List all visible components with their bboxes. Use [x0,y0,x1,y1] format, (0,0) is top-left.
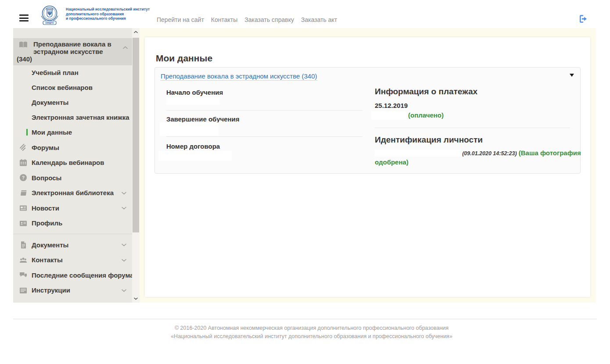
chevron-down-icon [122,207,126,210]
nav-link-order-certificate[interactable]: Заказать справку [244,16,294,23]
institute-name: Национальный исследовательский институт … [66,7,150,21]
users-icon [19,256,28,264]
collapse-caret-icon[interactable] [570,74,574,77]
scrollbar-down-arrow[interactable] [132,295,140,303]
id-card-icon [19,219,28,227]
app-window: Ψ НИИДПО Национальный исследовательский … [0,0,610,364]
active-item-indicator [26,129,28,136]
field-label-end-of-study: Завершение обучения [166,115,240,123]
identity-heading: Идентификация личности [375,135,483,145]
sidebar-item-profile[interactable]: Профиль [13,216,132,231]
svg-text:НИИДПО: НИИДПО [45,22,54,24]
scrollbar-thumb[interactable] [133,38,139,232]
library-book-icon [19,189,28,197]
redacted-name-box [375,150,460,157]
field-divider [166,110,362,111]
topbar: Ψ НИИДПО Национальный исследовательский … [0,0,610,28]
payment-date: 25.12.2019 [375,102,408,109]
chevron-down-icon [122,192,126,195]
chevron-down-icon [122,259,126,262]
nav-link-go-to-site[interactable]: Перейти на сайт [157,16,204,23]
hamburger-menu-button[interactable] [19,14,29,21]
sidebar-item-news[interactable]: Новости [13,200,132,216]
top-navigation: Перейти на сайт Контакты Заказать справк… [157,16,337,23]
sidebar-item-latest-forum-posts[interactable]: Последние сообщения форума [13,268,132,283]
section-divider [375,128,570,128]
instructions-icon [19,286,28,294]
sidebar-item-gradebook[interactable]: Электронная зачетная книжка [13,110,132,125]
chevron-down-icon [122,243,126,246]
chevron-up-icon [123,46,128,49]
copyright-line2: «Национальный исследовательский институт… [13,332,610,341]
chevron-down-icon [134,297,138,300]
sidebar-menu: Преподавание вокала в эстрадном искусств… [13,28,132,298]
field-label-start-of-study: Начало обучения [166,89,223,96]
sidebar-item-instructions[interactable]: Инструкции [13,283,132,298]
institute-name-line1: Национальный исследовательский институт [66,7,150,12]
calendar-icon [19,159,28,167]
sign-out-icon [578,14,589,24]
svg-text:?: ? [22,175,25,180]
field-label-contract-number: Номер договора [166,143,220,150]
sidebar-item-questions[interactable]: ? Вопросы [13,170,132,186]
institute-name-line3: и профессионального обучения [66,16,150,21]
field-divider [166,136,362,137]
hamburger-icon [19,14,29,16]
sidebar-item-webinar-list[interactable]: Список вебинаров [13,80,132,95]
svg-text:Ψ: Ψ [47,11,52,17]
course-link[interactable]: Преподавание вокала в эстрадном искусств… [161,72,317,81]
redacted-amount-box [371,111,406,120]
study-fields-column: Начало обучения Завершение обучения Номе… [166,87,362,166]
identity-status-line: (09.01.2020 14:52:23) (Ваша фотография о… [375,149,581,167]
footer: © 2016-2020 Автономная некоммерческая ор… [13,324,610,341]
identity-timestamp: (09.01.2020 14:52:23) [462,150,517,157]
sidebar-item-curriculum[interactable]: Учебный план [13,65,132,80]
sidebar-item-contacts[interactable]: Контакты [13,253,132,268]
sidebar-item-my-data[interactable]: Мои данные [13,125,132,140]
sidebar-scrollbar[interactable] [132,28,140,303]
nav-link-contacts[interactable]: Контакты [211,16,237,23]
redacted-value-box [158,151,232,161]
sidebar-item-forums[interactable]: Форумы [13,140,132,155]
news-icon [19,204,28,212]
question-circle-icon: ? [19,174,28,182]
redacted-value-box [160,122,219,136]
sidebar-course-group-header[interactable]: Преподавание вокала в эстрадном искусств… [13,38,132,65]
payment-status: (оплачено) [408,111,444,119]
copyright-line1: © 2016-2020 Автономная некоммерческая ор… [13,324,610,332]
sidebar-item-course-documents[interactable]: Документы [13,95,132,110]
sidebar-item-library[interactable]: Электронная библиотека [13,186,132,201]
sidebar-item-webinar-calendar[interactable]: Календарь вебинаров [13,155,132,171]
chevron-down-icon [122,289,126,292]
document-icon [19,241,28,249]
redacted-value-box [166,97,220,105]
sidebar-item-documents[interactable]: Документы [13,237,132,253]
payments-heading: Информация о платежах [375,87,477,96]
institute-name-line2: дополнительного образования [66,12,150,17]
footer-divider [13,319,597,319]
scrollbar-up-arrow[interactable] [132,28,140,36]
nav-link-order-act[interactable]: Заказать акт [301,16,337,23]
institute-emblem-logo: Ψ НИИДПО [38,3,61,26]
status-column: Информация о платежах 25.12.2019 (оплаче… [375,87,581,170]
sidebar-group-divider [13,234,132,234]
forum-icon [19,143,28,151]
course-group-label: Преподавание вокала в эстрадном искусств… [17,40,111,63]
page-title: Мои данные [156,53,212,64]
logout-button[interactable] [578,14,589,24]
content-background: Мои данные Преподавание вокала в эстрадн… [140,28,596,303]
comments-icon [19,271,28,279]
sidebar: Преподавание вокала в эстрадном искусств… [13,28,140,303]
main-panel: Мои данные Преподавание вокала в эстрадн… [145,37,590,297]
course-data-card: Преподавание вокала в эстрадном искусств… [154,67,581,174]
chevron-up-icon [134,31,138,33]
open-book-icon [18,41,28,48]
